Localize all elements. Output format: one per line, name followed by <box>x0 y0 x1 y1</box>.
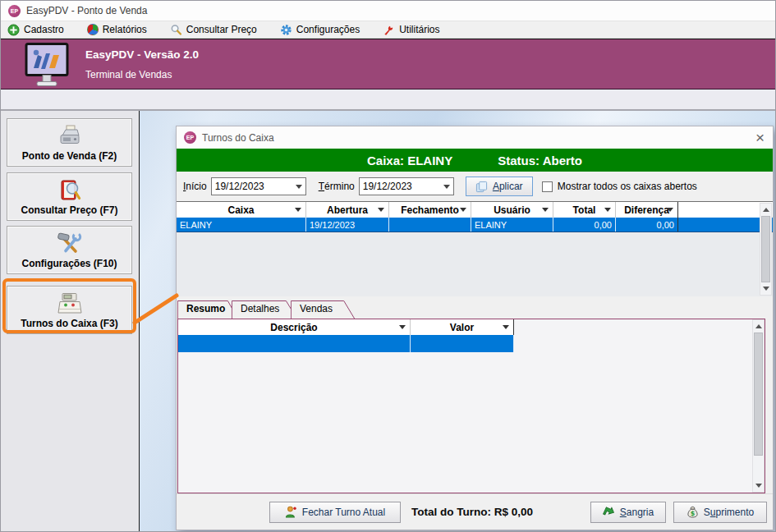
sort-arrow-icon[interactable] <box>295 208 301 212</box>
menu-item-utilitarios[interactable]: Utilitários <box>381 21 449 38</box>
close-icon[interactable]: × <box>755 130 765 145</box>
chevron-down-icon <box>296 185 302 189</box>
inicio-label: Início <box>183 181 207 192</box>
tab-vendas[interactable]: Vendas <box>291 300 355 319</box>
scroll-down-icon[interactable] <box>753 480 764 491</box>
scrollbar-thumb[interactable] <box>754 332 763 456</box>
toolbar-strip <box>1 89 776 111</box>
show-all-checkbox[interactable] <box>542 181 553 192</box>
menu-label: Configurações <box>296 24 360 35</box>
sort-arrow-icon[interactable] <box>503 325 509 329</box>
sort-arrow-icon[interactable] <box>460 208 466 212</box>
column-header-descricao[interactable]: Descrição <box>178 319 411 335</box>
chevron-down-icon <box>443 185 450 189</box>
gear-icon <box>280 24 292 36</box>
app-icon: EP <box>184 131 196 144</box>
app-icon: EP <box>8 5 21 17</box>
termino-date-value: 19/12/2023 <box>363 181 443 192</box>
dialog-titlebar: EP Turnos do Caixa × <box>177 126 773 149</box>
sort-arrow-icon[interactable] <box>604 208 611 212</box>
column-header-fechamento[interactable]: Fechamento <box>389 202 471 218</box>
svg-text:$: $ <box>691 510 696 517</box>
search-icon <box>170 24 182 36</box>
resumo-tab-panel: Descrição Valor <box>177 319 765 493</box>
window-title: EasyPDV - Ponto de Venda <box>26 5 147 16</box>
sort-arrow-icon[interactable] <box>667 208 673 212</box>
sangria-arrow-icon <box>603 506 615 518</box>
turnos-table: Caixa Abertura Fechamento Usuário Total … <box>177 201 773 296</box>
sidebar-button-label: Ponto de Venda (F2) <box>22 150 117 162</box>
menu-bar: Cadastro Relatórios Consultar Preço Conf… <box>1 21 776 39</box>
sort-arrow-icon[interactable] <box>542 208 549 212</box>
turno-total-text: Total do Turno: R$ 0,00 <box>411 506 533 518</box>
menu-item-cadastro[interactable]: Cadastro <box>6 21 74 38</box>
column-header-total[interactable]: Total <box>553 202 616 218</box>
turnos-table-scrollbar[interactable] <box>760 203 772 296</box>
pos-terminal-icon <box>56 124 84 149</box>
sidebar-button-label: Configurações (F10) <box>21 258 117 269</box>
scroll-down-icon[interactable] <box>760 283 771 294</box>
dialog-footer: Fechar Turno Atual Total do Turno: R$ 0,… <box>177 493 773 530</box>
scroll-up-icon[interactable] <box>760 204 771 215</box>
tools-icon <box>56 232 84 256</box>
dialog-title: Turnos do Caixa <box>202 132 750 144</box>
banner-title: EasyPDV - Versão 2.0 <box>85 48 199 61</box>
menu-label: Cadastro <box>24 24 64 35</box>
sidebar-button-turnos-do-caixa[interactable]: Turnos do Caixa (F3) <box>7 286 132 334</box>
sort-arrow-icon[interactable] <box>378 208 384 212</box>
inicio-date-value: 19/12/2023 <box>215 181 296 192</box>
menu-item-configuracoes[interactable]: Configurações <box>278 21 370 38</box>
resumo-table-header: Descrição Valor <box>178 319 514 335</box>
tab-detalhes[interactable]: Detalhes <box>232 300 297 319</box>
resumo-scrollbar[interactable] <box>752 319 765 493</box>
column-header-usuario[interactable]: Usuário <box>471 202 553 218</box>
sidebar-button-ponto-de-venda[interactable]: Ponto de Venda (F2) <box>7 118 132 167</box>
column-header-valor[interactable]: Valor <box>411 319 514 335</box>
sidebar-button-label: Turnos do Caixa (F3) <box>21 318 117 329</box>
tab-resumo[interactable]: Resumo <box>177 300 238 319</box>
pie-chart-icon <box>87 24 99 35</box>
suprimento-button[interactable]: $ Suprimento <box>673 502 767 523</box>
sidebar-button-label: Consultar Preço (F7) <box>21 204 117 216</box>
sidebar-button-consultar-preco[interactable]: Consultar Preço (F7) <box>7 172 132 221</box>
table-row-selected-empty[interactable] <box>178 335 514 352</box>
column-header-diferenca[interactable]: Diferença <box>616 202 678 218</box>
cell-abertura: 19/12/2023 <box>306 218 389 232</box>
show-all-checkbox-label: Mostrar todos os caixas abertos <box>558 181 697 192</box>
cashier-name-text: Caixa: ELAINY <box>367 154 452 167</box>
sangria-button[interactable]: Sangria <box>590 502 666 523</box>
scrollbar-thumb[interactable] <box>761 216 770 282</box>
cell-total: 0,00 <box>553 218 616 232</box>
apply-notes-icon <box>475 181 488 193</box>
sidebar: Ponto de Venda (F2) Consultar Preço (F7)… <box>1 111 140 532</box>
termino-date-picker[interactable]: 19/12/2023 <box>359 177 454 195</box>
window-titlebar: EP EasyPDV - Ponto de Venda <box>1 1 776 21</box>
cell-usuario: ELAINY <box>471 218 553 232</box>
cashier-status-text: Status: Aberto <box>498 154 582 167</box>
aplicar-button[interactable]: Aplicar <box>466 177 533 196</box>
cashier-status-bar: Caixa: ELAINY Status: Aberto <box>177 149 773 172</box>
cell-descricao <box>178 335 411 352</box>
cell-diferenca: 0,00 <box>616 218 678 232</box>
cash-register-icon <box>56 291 84 316</box>
menu-label: Relatórios <box>103 24 147 35</box>
plus-icon <box>7 24 20 36</box>
menu-item-relatorios[interactable]: Relatórios <box>85 21 157 38</box>
cell-valor <box>411 335 514 352</box>
app-banner: EasyPDV - Versão 2.0 Terminal de Vendas <box>1 39 776 89</box>
menu-item-consultar-preco[interactable]: Consultar Preço <box>168 21 267 38</box>
filter-bar: Início 19/12/2023 Término 19/12/2023 Apl… <box>177 172 773 201</box>
banner-subtitle: Terminal de Vendas <box>85 69 199 80</box>
tab-strip: Resumo Detalhes Vendas <box>177 300 773 319</box>
table-row-selected[interactable]: ELAINY 19/12/2023 ELAINY 0,00 0,00 <box>177 218 773 232</box>
inicio-date-picker[interactable]: 19/12/2023 <box>211 177 306 195</box>
sort-arrow-icon[interactable] <box>399 325 406 329</box>
column-header-caixa[interactable]: Caixa <box>177 202 306 218</box>
sidebar-button-configuracoes[interactable]: Configurações (F10) <box>7 226 132 274</box>
fechar-turno-button[interactable]: Fechar Turno Atual <box>269 502 401 523</box>
price-check-icon <box>56 178 84 203</box>
menu-label: Utilitários <box>399 24 439 35</box>
column-header-abertura[interactable]: Abertura <box>306 202 389 218</box>
scroll-up-icon[interactable] <box>753 321 764 332</box>
wrench-icon <box>383 24 395 36</box>
